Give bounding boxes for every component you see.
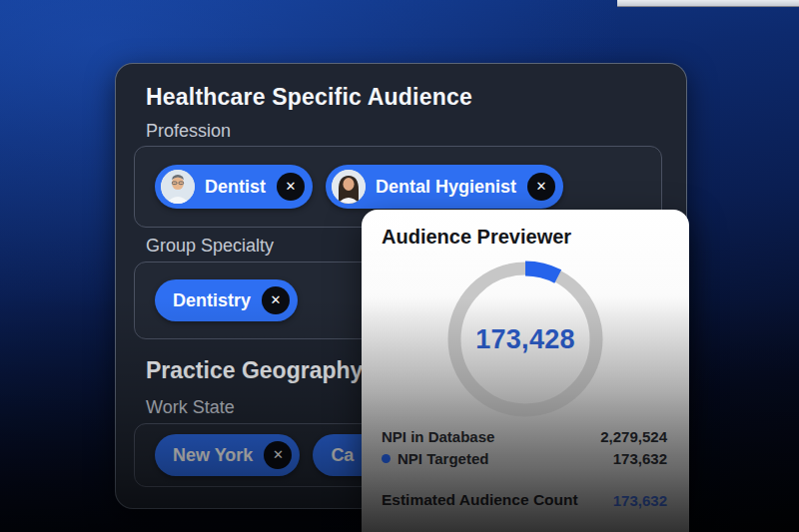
remove-dentistry-button[interactable]: ✕ xyxy=(262,286,290,314)
npi-targeted-text: NPI Targeted xyxy=(398,450,488,467)
npi-database-label: NPI in Database xyxy=(382,428,494,445)
audience-previewer-card: Audience Previewer 173,428 NPI in Databa… xyxy=(362,210,689,532)
audience-donut-chart: 173,428 xyxy=(445,260,605,419)
dentist-avatar xyxy=(161,170,195,204)
chip-dental-hygienist[interactable]: Dental Hygienist ✕ xyxy=(326,165,563,209)
screen: Healthcare Specific Audience Profession … xyxy=(0,0,799,532)
chip-new-york-label: New York xyxy=(173,445,253,466)
dental-hygienist-avatar xyxy=(332,170,366,204)
npi-database-value: 2,279,524 xyxy=(600,428,667,445)
stat-row-estimated-count: Estimated Audience Count 173,632 xyxy=(382,489,667,511)
stat-row-npi-database: NPI in Database 2,279,524 xyxy=(382,425,667,447)
chip-dentist-label: Dentist xyxy=(205,177,266,198)
chip-dentistry-label: Dentistry xyxy=(173,290,251,311)
donut-center-value: 173,428 xyxy=(445,260,605,419)
chip-new-york[interactable]: New York ✕ xyxy=(155,434,300,476)
chip-dentist[interactable]: Dentist ✕ xyxy=(155,165,313,209)
page-title: Healthcare Specific Audience xyxy=(146,84,472,111)
remove-new-york-button[interactable]: ✕ xyxy=(264,441,292,469)
npi-targeted-value: 173,632 xyxy=(613,450,667,467)
estimated-count-label: Estimated Audience Count xyxy=(382,491,578,509)
profession-label: Profession xyxy=(146,121,231,142)
group-specialty-label: Group Specialty xyxy=(146,236,274,257)
targeted-legend-dot-icon xyxy=(382,454,391,463)
chip-dental-hygienist-label: Dental Hygienist xyxy=(376,177,516,198)
window-edge-artifact xyxy=(617,0,799,7)
chip-ca-label: Ca xyxy=(331,445,354,466)
npi-targeted-label: NPI Targeted xyxy=(382,450,488,467)
remove-dentist-button[interactable]: ✕ xyxy=(277,173,305,201)
work-state-label: Work State xyxy=(146,397,235,418)
estimated-count-value: 173,632 xyxy=(613,492,667,509)
remove-dental-hygienist-button[interactable]: ✕ xyxy=(527,173,555,201)
practice-geography-title: Practice Geography xyxy=(146,357,363,384)
stats-panel: NPI in Database 2,279,524 NPI Targeted 1… xyxy=(382,425,667,511)
audience-previewer-title: Audience Previewer xyxy=(382,226,571,249)
stat-row-npi-targeted: NPI Targeted 173,632 xyxy=(382,447,667,469)
chip-dentistry[interactable]: Dentistry ✕ xyxy=(155,279,298,321)
